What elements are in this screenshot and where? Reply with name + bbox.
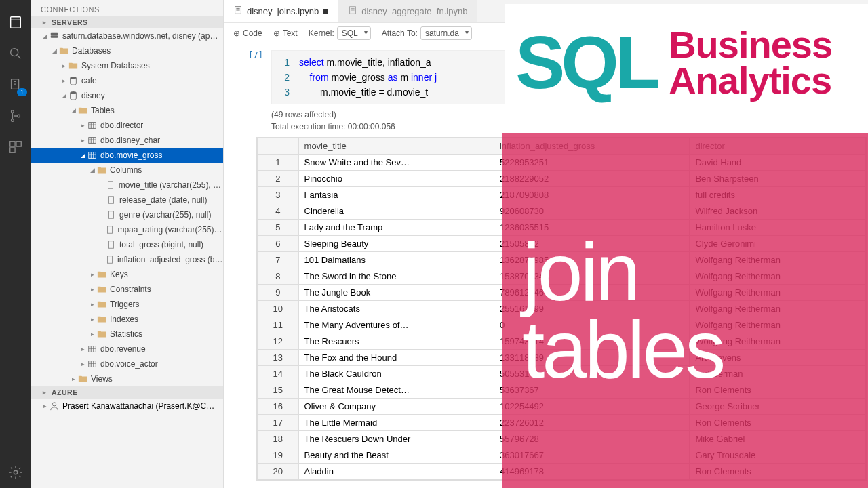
table-icon xyxy=(87,135,98,146)
attach-dropdown[interactable]: saturn.da xyxy=(420,26,472,40)
azure-section[interactable]: ▸AZURE xyxy=(31,386,223,399)
badge: 1 xyxy=(17,88,27,96)
svg-rect-17 xyxy=(108,182,113,189)
table-icon xyxy=(87,344,98,354)
views-folder[interactable]: ▸Views xyxy=(31,371,223,386)
database-icon xyxy=(68,75,79,86)
svg-rect-20 xyxy=(108,226,113,234)
account-icon xyxy=(49,401,60,411)
col-infl-gross[interactable]: inflation_adjusted_gross (bigin… xyxy=(31,252,223,267)
col-release-date[interactable]: release_date (date, null) xyxy=(31,192,223,207)
add-text-button[interactable]: ⊕Text xyxy=(273,28,298,38)
sysdb-folder[interactable]: ▸System Databases xyxy=(31,58,223,73)
azure-account[interactable]: ▸Prasert Kanawattanachai (Prasert.K@C… xyxy=(31,399,223,413)
folder-icon xyxy=(77,105,88,116)
col-genre[interactable]: genre (varchar(255), null) xyxy=(31,207,223,222)
col-movie-title[interactable]: movie_title xyxy=(298,138,494,155)
tab-inactive[interactable]: disney_aggregate_fn.ipynb xyxy=(338,0,477,22)
notebook-file-icon xyxy=(233,5,243,17)
server-icon xyxy=(49,30,60,41)
svg-rect-10 xyxy=(51,33,58,35)
svg-rect-0 xyxy=(11,17,21,28)
svg-rect-18 xyxy=(109,197,114,204)
constraints-folder[interactable]: ▸Constraints xyxy=(31,282,223,297)
settings-icon[interactable] xyxy=(0,457,31,488)
cell-prompt: [7] xyxy=(224,50,271,104)
table-voice-actor[interactable]: ▸dbo.voice_actor xyxy=(31,357,223,371)
notebook-icon[interactable]: 1 xyxy=(0,69,31,100)
databases-folder[interactable]: ◢Databases xyxy=(31,43,223,58)
folder-icon xyxy=(96,269,107,280)
triggers-folder[interactable]: ▸Triggers xyxy=(31,297,223,312)
table-director[interactable]: ▸dbo.director xyxy=(31,118,223,133)
add-code-button[interactable]: ⊕Code xyxy=(233,28,262,38)
svg-rect-15 xyxy=(89,138,96,144)
db-cafe[interactable]: ▸cafe xyxy=(31,73,223,88)
overlay-subtitle: jointables xyxy=(502,133,868,488)
svg-point-1 xyxy=(11,49,18,56)
svg-point-3 xyxy=(12,110,14,113)
table-movie-gross[interactable]: ◢dbo.movie_gross xyxy=(31,148,223,163)
svg-point-12 xyxy=(71,77,77,79)
table-icon xyxy=(87,120,98,131)
statistics-folder[interactable]: ▸Statistics xyxy=(31,327,223,342)
sidebar-title: CONNECTIONS xyxy=(31,0,223,16)
server-tree: ◢saturn.database.windows.net, disney (ap… xyxy=(31,28,223,386)
svg-rect-23 xyxy=(89,346,96,352)
database-icon xyxy=(68,90,79,101)
attach-selector: Attach To: saturn.da xyxy=(382,26,472,40)
dirty-indicator xyxy=(323,9,328,14)
svg-rect-14 xyxy=(89,123,96,129)
indexes-folder[interactable]: ▸Indexes xyxy=(31,312,223,327)
folder-icon xyxy=(96,299,107,310)
servers-section[interactable]: ▸SERVERS xyxy=(31,16,223,28)
svg-rect-19 xyxy=(109,211,114,219)
col-movie-title[interactable]: movie_title (varchar(255), null) xyxy=(31,178,223,192)
svg-point-4 xyxy=(12,119,14,122)
tables-folder[interactable]: ◢Tables xyxy=(31,103,223,118)
column-icon xyxy=(105,224,115,235)
svg-point-13 xyxy=(71,92,77,94)
svg-rect-22 xyxy=(107,256,112,264)
row-header xyxy=(258,138,299,155)
table-revenue[interactable]: ▸dbo.revenue xyxy=(31,342,223,357)
svg-rect-16 xyxy=(89,152,96,159)
kernel-dropdown[interactable]: SQL xyxy=(337,26,371,40)
source-control-icon[interactable] xyxy=(0,100,31,131)
column-icon xyxy=(106,239,117,250)
extensions-icon[interactable] xyxy=(0,131,31,163)
svg-rect-11 xyxy=(51,35,58,38)
svg-rect-21 xyxy=(109,241,114,249)
table-icon xyxy=(87,359,98,369)
col-mpaa[interactable]: mpaa_rating (varchar(255), null) xyxy=(31,222,223,237)
activity-bar: 1 xyxy=(0,0,31,488)
folder-icon xyxy=(77,373,88,384)
column-icon xyxy=(105,180,115,190)
svg-point-25 xyxy=(52,403,56,406)
search-icon[interactable] xyxy=(0,38,31,69)
folder-icon xyxy=(96,284,107,295)
tab-active[interactable]: disney_joins.ipynb xyxy=(224,0,338,22)
svg-rect-24 xyxy=(89,361,96,367)
folder-icon xyxy=(58,45,69,56)
folder-icon xyxy=(96,329,107,340)
kernel-selector: Kernel: SQL xyxy=(309,26,371,40)
table-icon xyxy=(87,150,98,161)
keys-folder[interactable]: ▸Keys xyxy=(31,267,223,282)
column-icon xyxy=(105,254,115,265)
col-total-gross[interactable]: total_gross (bigint, null) xyxy=(31,237,223,252)
notebook-file-icon xyxy=(348,5,357,17)
explorer-icon[interactable] xyxy=(0,7,31,38)
db-disney[interactable]: ◢disney xyxy=(31,88,223,103)
svg-rect-8 xyxy=(10,148,15,152)
columns-folder[interactable]: ◢Columns xyxy=(31,163,223,178)
svg-rect-6 xyxy=(10,142,15,146)
server-node[interactable]: ◢saturn.database.windows.net, disney (ap… xyxy=(31,28,223,43)
connections-sidebar: CONNECTIONS ▸SERVERS ◢saturn.database.wi… xyxy=(31,0,224,488)
column-icon xyxy=(106,209,117,220)
overlay-ba: BusinessAnalytics xyxy=(669,26,832,98)
plus-icon: ⊕ xyxy=(273,28,280,38)
table-disney-char[interactable]: ▸dbo.disney_char xyxy=(31,133,223,148)
folder-icon xyxy=(96,165,107,176)
plus-icon: ⊕ xyxy=(233,28,240,38)
